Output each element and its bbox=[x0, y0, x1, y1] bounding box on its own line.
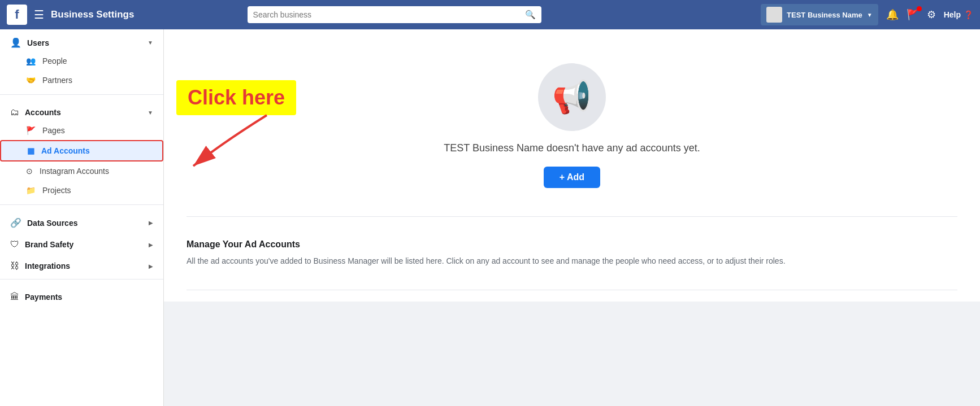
sidebar-item-projects[interactable]: 📁 Projects bbox=[0, 181, 163, 200]
sidebar-section-integrations[interactable]: ⛓ Integrations ▶ bbox=[0, 253, 163, 274]
sidebar-item-pages[interactable]: 🚩 Pages bbox=[0, 121, 163, 140]
data-sources-title: Data Sources bbox=[27, 219, 77, 228]
help-button[interactable]: Help ❓ bbox=[944, 10, 973, 19]
sidebar-item-instagram[interactable]: ⊙ Instagram Accounts bbox=[0, 161, 163, 181]
data-sources-icon: 🔗 bbox=[10, 217, 21, 228]
sidebar-item-people[interactable]: 👥 People bbox=[0, 51, 163, 71]
main-wrapper: 📢 TEST Business Name doesn't have any ad… bbox=[164, 29, 980, 406]
people-label: People bbox=[42, 56, 67, 66]
no-accounts-message: TEST Business Name doesn't have any ad a… bbox=[444, 142, 700, 154]
search-icon: 🔍 bbox=[525, 10, 536, 20]
search-bar[interactable]: 🔍 bbox=[248, 6, 541, 23]
page-layout: 👤 Users ▼ 👥 People 🤝 Partners 🗂 Accounts… bbox=[0, 29, 980, 406]
brand-safety-header-left: 🛡 Brand Safety bbox=[10, 239, 73, 250]
integrations-title: Integrations bbox=[25, 261, 70, 270]
users-chevron-icon: ▼ bbox=[148, 40, 153, 46]
facebook-logo: f bbox=[7, 5, 27, 25]
main-content: 📢 TEST Business Name doesn't have any ad… bbox=[164, 29, 980, 302]
users-header-left: 👤 Users bbox=[10, 37, 49, 48]
payments-icon: 🏛 bbox=[10, 292, 19, 302]
business-name: TEST Business Name bbox=[787, 11, 862, 19]
divider-1 bbox=[0, 94, 163, 95]
empty-state: 📢 TEST Business Name doesn't have any ad… bbox=[164, 29, 980, 205]
accounts-chevron-icon: ▼ bbox=[148, 110, 153, 116]
pages-label: Pages bbox=[42, 126, 65, 135]
sidebar-section-users[interactable]: 👤 Users ▼ bbox=[0, 29, 163, 51]
data-sources-chevron-icon: ▶ bbox=[149, 220, 153, 226]
top-navigation: f ☰ Business Settings 🔍 TEST Business Na… bbox=[0, 0, 980, 29]
accounts-header-left: 🗂 Accounts bbox=[10, 107, 61, 117]
sidebar-section-brand-safety[interactable]: 🛡 Brand Safety ▶ bbox=[0, 232, 163, 253]
sidebar-item-ad-accounts[interactable]: ▦ Ad Accounts bbox=[0, 140, 163, 161]
integrations-chevron-icon: ▶ bbox=[149, 263, 153, 269]
instagram-icon: ⊙ bbox=[26, 167, 33, 176]
content-divider-2 bbox=[187, 290, 957, 290]
notification-badge bbox=[917, 6, 922, 11]
people-icon: 👥 bbox=[26, 56, 36, 66]
integrations-icon: ⛓ bbox=[10, 261, 19, 271]
manage-section: Manage Your Ad Accounts All the ad accou… bbox=[164, 228, 980, 278]
sidebar-section-payments[interactable]: 🏛 Payments bbox=[0, 284, 163, 305]
users-icon: 👤 bbox=[10, 37, 21, 48]
sidebar-section-accounts[interactable]: 🗂 Accounts ▼ bbox=[0, 99, 163, 121]
payments-header-left: 🏛 Payments bbox=[10, 292, 62, 302]
accounts-icon: 🗂 bbox=[10, 107, 19, 117]
business-avatar bbox=[766, 7, 782, 23]
brand-safety-icon: 🛡 bbox=[10, 239, 19, 250]
users-section-title: Users bbox=[27, 38, 49, 47]
ad-accounts-label: Ad Accounts bbox=[41, 146, 90, 155]
brand-safety-title: Brand Safety bbox=[25, 240, 73, 249]
help-label: Help bbox=[944, 10, 961, 19]
help-question-icon: ❓ bbox=[964, 10, 973, 19]
brand-safety-chevron-icon: ▶ bbox=[149, 242, 153, 248]
divider-3 bbox=[0, 279, 163, 280]
ad-accounts-icon: ▦ bbox=[27, 146, 34, 155]
instagram-label: Instagram Accounts bbox=[40, 167, 109, 176]
pages-icon: 🚩 bbox=[26, 126, 36, 135]
manage-description: All the ad accounts you've added to Busi… bbox=[187, 255, 957, 267]
flag-icon[interactable]: 🚩 bbox=[907, 8, 919, 21]
manage-title: Manage Your Ad Accounts bbox=[187, 239, 957, 250]
accounts-section-title: Accounts bbox=[25, 108, 61, 117]
chevron-down-icon: ▼ bbox=[867, 12, 873, 18]
partners-label: Partners bbox=[42, 76, 72, 85]
sidebar-item-partners[interactable]: 🤝 Partners bbox=[0, 71, 163, 90]
projects-icon: 📁 bbox=[26, 186, 36, 195]
divider-2 bbox=[0, 204, 163, 205]
settings-icon[interactable]: ⚙ bbox=[927, 8, 936, 21]
projects-label: Projects bbox=[42, 186, 71, 195]
search-input[interactable] bbox=[253, 10, 521, 19]
partners-icon: 🤝 bbox=[26, 76, 36, 85]
sidebar: 👤 Users ▼ 👥 People 🤝 Partners 🗂 Accounts… bbox=[0, 29, 164, 406]
app-title: Business Settings bbox=[51, 9, 134, 20]
sidebar-section-data-sources[interactable]: 🔗 Data Sources ▶ bbox=[0, 209, 163, 232]
add-button[interactable]: + Add bbox=[544, 167, 600, 188]
payments-title: Payments bbox=[25, 293, 62, 302]
content-divider-1 bbox=[187, 216, 957, 217]
nav-right: TEST Business Name ▼ 🔔 🚩 ⚙ Help ❓ bbox=[761, 4, 973, 25]
megaphone-circle: 📢 bbox=[538, 63, 606, 131]
business-switcher[interactable]: TEST Business Name ▼ bbox=[761, 4, 878, 25]
integrations-header-left: ⛓ Integrations bbox=[10, 261, 70, 271]
megaphone-icon: 📢 bbox=[552, 78, 592, 116]
data-sources-header-left: 🔗 Data Sources bbox=[10, 217, 77, 228]
hamburger-icon[interactable]: ☰ bbox=[34, 8, 44, 21]
notifications-icon[interactable]: 🔔 bbox=[886, 8, 899, 21]
